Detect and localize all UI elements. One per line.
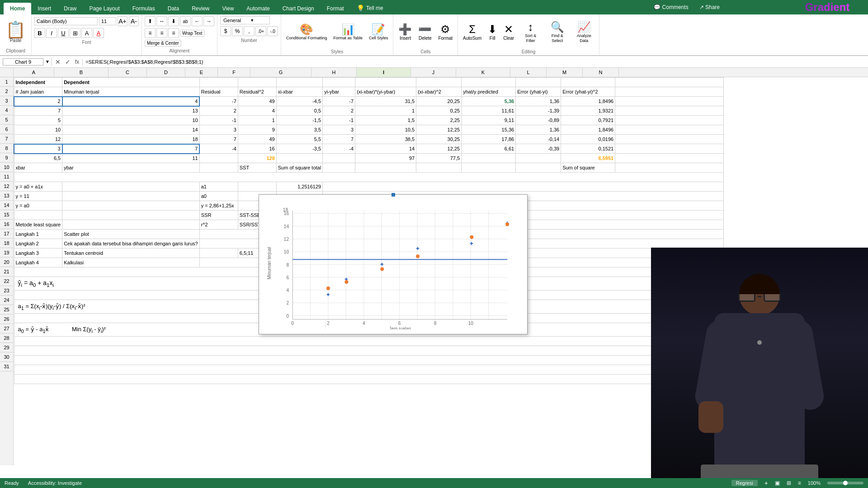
cell-F5[interactable]: -1: [323, 116, 355, 125]
cell-A10[interactable]: xbar: [14, 163, 62, 173]
analyze-data-btn[interactable]: 📈 Analyze Data: [571, 19, 596, 45]
font-size-input[interactable]: [99, 17, 116, 25]
row-num-4[interactable]: 4: [0, 106, 13, 115]
cell-L1[interactable]: [615, 78, 724, 87]
col-header-N[interactable]: N: [583, 68, 619, 77]
orientation-btn[interactable]: ab: [180, 16, 191, 26]
cell-B2[interactable]: Minuman terjual: [62, 87, 200, 97]
tab-format[interactable]: Format: [321, 3, 350, 14]
cell-F4[interactable]: 2: [323, 106, 355, 116]
font-color-btn[interactable]: A: [93, 28, 104, 38]
cell-A3[interactable]: 2: [14, 97, 62, 106]
cell-I4[interactable]: 11,61: [462, 106, 516, 116]
cell-C3[interactable]: -7: [199, 97, 238, 106]
row-num-2[interactable]: 2: [0, 87, 13, 96]
cell-E7[interactable]: 5,5: [276, 135, 322, 144]
cell-A19[interactable]: Langkah 3: [14, 249, 62, 258]
conditional-formatting-btn[interactable]: 🎨 Conditional Formatting: [284, 22, 330, 42]
cell-F6[interactable]: 3: [323, 125, 355, 135]
cell-H6[interactable]: 12,25: [416, 125, 462, 135]
col-header-J[interactable]: J: [411, 68, 456, 77]
row-num-17[interactable]: 17: [0, 229, 13, 239]
tab-view[interactable]: View: [216, 3, 241, 14]
merge-center-btn[interactable]: Merge & Center: [145, 40, 181, 47]
cell-G1[interactable]: [355, 78, 416, 87]
cell-H9[interactable]: 77,5: [416, 154, 462, 163]
cell-F3[interactable]: -7: [323, 97, 355, 106]
cell-J9[interactable]: [516, 154, 561, 163]
cell-F7[interactable]: 7: [323, 135, 355, 144]
percent-btn[interactable]: %: [232, 26, 243, 36]
cell-E12[interactable]: 1,2516129: [276, 182, 322, 192]
insert-btn[interactable]: ➕ Insert: [396, 22, 414, 42]
cell-C1[interactable]: [199, 78, 238, 87]
comma-btn[interactable]: ,: [244, 26, 255, 36]
row-num-19[interactable]: 19: [0, 248, 13, 258]
cell-G7[interactable]: 38,5: [355, 135, 416, 144]
view-normal-btn[interactable]: ▣: [775, 480, 780, 486]
cell-A15[interactable]: [14, 211, 62, 220]
row-num-11[interactable]: 11: [0, 172, 13, 182]
cell-C6[interactable]: 3: [199, 125, 238, 135]
cell-A9[interactable]: 6,5: [14, 154, 62, 163]
paste-button[interactable]: 📋 Paste: [4, 16, 27, 48]
cell-B14[interactable]: [62, 201, 200, 211]
cell-D9[interactable]: 128: [238, 154, 276, 163]
wrap-text-btn[interactable]: Wrap Text: [180, 30, 205, 37]
font-name-input[interactable]: [34, 17, 98, 25]
confirm-formula-btn[interactable]: ✓: [64, 58, 72, 66]
increase-font-btn[interactable]: A+: [118, 16, 127, 26]
row-num-15[interactable]: 15: [0, 210, 13, 220]
cell-F9[interactable]: [323, 154, 355, 163]
cell-E1[interactable]: [276, 78, 322, 87]
row-num-29[interactable]: 29: [0, 343, 13, 352]
cell-I10[interactable]: [462, 163, 516, 173]
find-select-btn[interactable]: 🔍 Find & Select: [545, 19, 570, 45]
cell-J6[interactable]: 1,36: [516, 125, 561, 135]
cell-D1[interactable]: [238, 78, 276, 87]
cell-F2[interactable]: yi-ybar: [323, 87, 355, 97]
view-layout-btn[interactable]: ⊞: [787, 480, 791, 486]
cell-B20[interactable]: Kalkulasi: [62, 258, 200, 267]
align-right-btn[interactable]: ≡: [168, 28, 179, 38]
col-header-D[interactable]: D: [147, 68, 185, 77]
cell-D4[interactable]: 4: [238, 106, 276, 116]
col-header-C[interactable]: C: [108, 68, 147, 77]
col-header-L[interactable]: L: [510, 68, 547, 77]
row-num-20[interactable]: 20: [0, 258, 13, 267]
cell-A18[interactable]: Langkah 2: [14, 239, 62, 249]
cell-E2[interactable]: xi-xbar: [276, 87, 322, 97]
align-left-btn[interactable]: ≡: [145, 28, 156, 38]
cell-H3[interactable]: 20,25: [416, 97, 462, 106]
tab-tell-me[interactable]: 💡Tell me: [350, 2, 390, 14]
fill-color-btn[interactable]: A: [81, 28, 92, 38]
cell-J3[interactable]: 1,36: [516, 97, 561, 106]
col-header-B[interactable]: B: [54, 68, 108, 77]
cell-D3[interactable]: 49: [238, 97, 276, 106]
cell-I3[interactable]: 5,36: [462, 97, 516, 106]
clear-btn[interactable]: ✕ Clear: [501, 22, 516, 42]
cell-I9[interactable]: [462, 154, 516, 163]
cell-C14[interactable]: y = 2,86+1,25x: [199, 201, 238, 211]
cell-F1[interactable]: [323, 78, 355, 87]
delete-btn[interactable]: ➖ Delete: [416, 22, 434, 42]
cell-B19[interactable]: Tentukan centroid: [62, 249, 200, 258]
cell-I6[interactable]: 15,36: [462, 125, 516, 135]
tab-home[interactable]: Home: [4, 3, 31, 14]
cell-J1[interactable]: [516, 78, 561, 87]
col-header-M[interactable]: M: [547, 68, 583, 77]
cell-J10[interactable]: [516, 163, 561, 173]
tab-insert[interactable]: Insert: [31, 3, 57, 14]
cell-J4[interactable]: -1,39: [516, 106, 561, 116]
cell-D2[interactable]: Residual^2: [238, 87, 276, 97]
col-header-G[interactable]: G: [250, 68, 311, 77]
bold-btn[interactable]: B: [34, 28, 45, 38]
cell-C12[interactable]: a1: [199, 182, 238, 192]
cell-I2[interactable]: yhat/y predicted: [462, 87, 516, 97]
cell-B10[interactable]: ybar: [62, 163, 200, 173]
cell-I8[interactable]: 6,61: [462, 144, 516, 154]
cell-E5[interactable]: -1,5: [276, 116, 322, 125]
cell-K6[interactable]: 1,8496: [561, 125, 615, 135]
col-header-I[interactable]: I: [357, 68, 411, 77]
row-num-23[interactable]: 23: [0, 286, 13, 296]
